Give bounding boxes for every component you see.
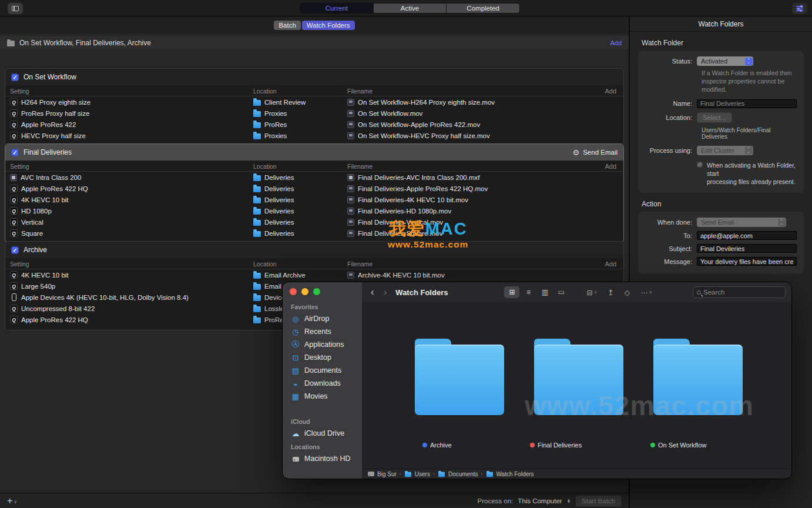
table-row[interactable]: 4K HEVC 10 bit Email Archive Archive-4K … (5, 269, 623, 280)
table-row[interactable]: ProRes Proxy half size Proxies On Set Wo… (5, 108, 623, 119)
share-button[interactable]: ↥ (604, 288, 617, 297)
section-header[interactable]: Final Deliveries ⚙ Send Email (5, 144, 623, 161)
table-row[interactable]: HEVC Proxy half size Proxies On Set Work… (5, 130, 623, 141)
tab-watch-folders[interactable]: Watch Folders (302, 21, 355, 30)
column-view-button[interactable]: ▥ (537, 286, 552, 298)
path-item-users[interactable]: Users (415, 471, 430, 477)
checkbox-checked[interactable] (11, 73, 19, 81)
select-location-button[interactable]: Select... (697, 112, 732, 123)
path-item-watch-folders[interactable]: Watch Folders (496, 471, 534, 477)
finder-window[interactable]: Favorites ◎AirDrop ◷Recents ⒶApplication… (283, 282, 791, 479)
back-button[interactable]: ‹ (368, 286, 377, 298)
sidebar-item-applications[interactable]: ⒶApplications (283, 338, 362, 351)
tag-button[interactable]: ◇ (621, 288, 634, 297)
table-row[interactable]: HD 1080p Deliveries Final Deliveries-HD … (5, 205, 623, 216)
setting-icon (10, 196, 18, 203)
table-row[interactable]: Square Deliveries Final Deliveries-Squar… (5, 228, 623, 239)
folder-label[interactable]: On Set Workflow (650, 442, 706, 449)
status-dropdown[interactable]: Activated ⌃⌄ (697, 56, 753, 66)
sliders-icon (796, 6, 803, 11)
watch-folder-group-header[interactable]: On Set Workflow, Final Deliveries, Archi… (0, 35, 629, 51)
more-actions-button[interactable]: ⋯∨ (637, 288, 656, 297)
tab-completed[interactable]: Completed (447, 4, 519, 13)
stepper-icon[interactable]: ▲▼ (567, 499, 571, 503)
favorites-heading: Favorites (283, 303, 362, 312)
subject-field[interactable] (697, 244, 797, 253)
add-setting-button[interactable]: Add (605, 161, 616, 172)
start-batch-button[interactable]: Start Batch (575, 495, 622, 507)
section-name: Final Deliveries (24, 148, 72, 156)
setting-icon (10, 132, 18, 139)
process-on-value[interactable]: This Computer (518, 497, 562, 504)
icon-view-button[interactable]: ⊞ (504, 286, 519, 298)
section-header[interactable]: Archive (5, 242, 623, 258)
start-processing-checkbox[interactable] (697, 162, 703, 168)
path-item-documents[interactable]: Documents (448, 471, 478, 477)
search-field[interactable] (693, 286, 786, 298)
table-row[interactable]: H264 Proxy eighth size Client Review On … (5, 96, 623, 108)
table-row[interactable]: AVC Intra Class 200 Deliveries Final Del… (5, 172, 623, 183)
sidebar-item-documents[interactable]: ▤Documents (283, 364, 362, 377)
checkbox-checked[interactable] (11, 246, 19, 254)
sidebar-item-macintosh-hd[interactable]: Macintosh HD (283, 452, 362, 465)
setting-name: 4K HEVC 10 bit (21, 272, 69, 279)
setting-icon (10, 98, 18, 106)
finder-path-bar: Big Sur › Users › Documents › Watch Fold… (362, 469, 791, 479)
search-input[interactable] (703, 289, 781, 296)
sidebar-item-desktop[interactable]: ⊡Desktop (283, 351, 362, 364)
tab-batch[interactable]: Batch (274, 21, 300, 30)
tab-current[interactable]: Current (300, 4, 374, 13)
gallery-view-button[interactable]: ▭ (553, 286, 569, 298)
sidebar-item-icloud-drive[interactable]: ☁iCloud Drive (283, 427, 362, 440)
folder-archive[interactable] (415, 339, 504, 415)
stepper-icon: ⌃⌄ (745, 146, 753, 154)
folder-icon (438, 472, 445, 477)
green-tag-icon (650, 443, 655, 447)
window-controls (283, 288, 362, 303)
table-row[interactable]: Apple ProRes 422 ProRes On Set Workflow-… (5, 119, 623, 130)
movie-file-icon (347, 132, 354, 139)
inspector-toggle-button[interactable] (792, 3, 807, 14)
sidebar-toggle-button[interactable] (8, 3, 23, 14)
filename: Archive-4K HEVC 10 bit.mov (358, 272, 445, 279)
add-setting-button[interactable]: Add (605, 258, 616, 269)
folder-label[interactable]: Final Deliveries (530, 442, 582, 449)
minimize-button[interactable] (301, 288, 308, 295)
section-header[interactable]: On Set Workflow (5, 69, 623, 85)
table-row[interactable]: 4K HEVC 10 bit Deliveries Final Deliveri… (5, 194, 623, 205)
name-field[interactable] (697, 99, 797, 108)
path-item-big-sur[interactable]: Big Sur (377, 471, 397, 477)
close-button[interactable] (290, 288, 297, 295)
folder-on-set-workflow[interactable] (653, 339, 743, 415)
setting-name: HEVC Proxy half size (21, 132, 86, 139)
red-tag-icon (530, 443, 535, 447)
add-setting-button[interactable]: Add (605, 85, 616, 96)
list-view-button[interactable]: ≡ (521, 286, 536, 298)
forward-button[interactable]: › (381, 286, 390, 298)
process-using-dropdown[interactable]: Edit Cluster ⌃⌄ (697, 146, 753, 155)
when-done-dropdown[interactable]: Send Email ⌃⌄ (697, 218, 786, 227)
section-action[interactable]: ⚙ Send Email (573, 149, 618, 156)
table-row[interactable]: Apple ProRes 422 HQ Deliveries Final Del… (5, 183, 623, 194)
location-name: Client Review (264, 99, 306, 106)
sidebar-item-downloads[interactable]: ◒Downloads (283, 377, 362, 390)
add-batch-button[interactable]: + ∨ (7, 496, 17, 506)
finder-window-title: Watch Folders (395, 288, 448, 297)
message-field[interactable] (697, 257, 797, 266)
folder-final-deliveries[interactable] (534, 339, 623, 415)
action-heading: Action (642, 200, 812, 208)
zoom-button[interactable] (313, 288, 320, 295)
filename: Final Deliveries-HD 1080p.mov (358, 208, 451, 215)
movie-file-icon (347, 219, 354, 226)
sidebar-item-recents[interactable]: ◷Recents (283, 325, 362, 338)
group-by-button[interactable]: ⊟∨ (583, 288, 600, 297)
table-row[interactable]: Vertical Deliveries Final Deliveries-Ver… (5, 216, 623, 228)
to-field[interactable] (697, 231, 797, 240)
folder-label[interactable]: Archive (422, 442, 452, 449)
sidebar-item-movies[interactable]: ▦Movies (283, 390, 362, 403)
checkbox-checked[interactable] (11, 149, 19, 156)
location-name: Deliveries (264, 219, 294, 226)
tab-active[interactable]: Active (374, 4, 447, 13)
add-watch-folder-button[interactable]: Add (610, 39, 622, 46)
sidebar-item-airdrop[interactable]: ◎AirDrop (283, 312, 362, 325)
